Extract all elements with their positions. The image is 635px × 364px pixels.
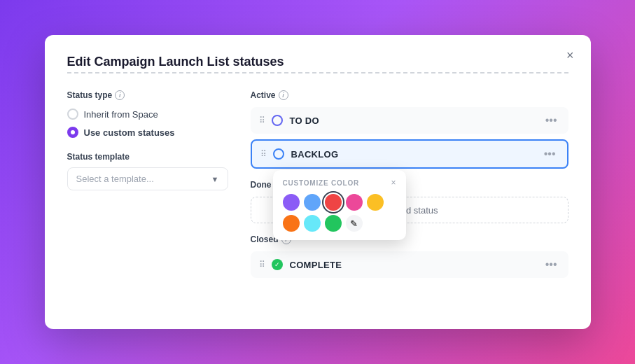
radio-inherit-circle — [67, 108, 78, 120]
color-swatches: ✎ — [283, 194, 396, 232]
todo-drag-handle: ⠿ — [259, 115, 265, 125]
active-info-icon: i — [279, 90, 288, 100]
todo-status-dot — [272, 115, 283, 126]
template-placeholder: Select a template... — [76, 174, 154, 184]
swatch-cyan[interactable] — [304, 215, 321, 232]
swatch-yellow[interactable] — [367, 194, 384, 211]
modal-close-button[interactable]: × — [566, 49, 574, 62]
modal-body: Status type i Inherit from Space Use cus… — [67, 90, 568, 284]
color-picker-popup: CUSTOMIZE COLOR × ✎ — [273, 170, 406, 240]
swatch-light-blue[interactable] — [304, 194, 321, 211]
status-type-info-icon: i — [115, 90, 125, 100]
color-picker-title: CUSTOMIZE COLOR — [283, 179, 360, 187]
eyedropper-button[interactable]: ✎ — [346, 215, 363, 232]
radio-inherit-option[interactable]: Inherit from Space — [67, 108, 228, 120]
complete-status-row: ⠿ ✓ COMPLETE ••• — [251, 251, 568, 278]
backlog-status-row: ⠿ ••• — [251, 139, 568, 169]
left-panel: Status type i Inherit from Space Use cus… — [67, 90, 228, 284]
modal-title: Edit Campaign Launch List statuses — [67, 55, 568, 69]
radio-custom-circle — [67, 127, 78, 138]
swatch-pink[interactable] — [346, 194, 363, 211]
complete-more-button[interactable]: ••• — [543, 258, 560, 271]
chevron-down-icon: ▼ — [211, 175, 219, 183]
backlog-status-dot[interactable] — [273, 148, 284, 160]
closed-section: Closed i ⠿ ✓ COMPLETE ••• — [251, 234, 568, 278]
swatch-orange[interactable] — [283, 215, 300, 232]
swatch-red[interactable] — [325, 194, 342, 211]
color-picker-header: CUSTOMIZE COLOR × — [283, 178, 396, 187]
complete-status-name: COMPLETE — [290, 260, 536, 270]
edit-statuses-modal: Edit Campaign Launch List statuses × Sta… — [45, 35, 591, 329]
color-picker-close-button[interactable]: × — [391, 178, 396, 187]
backlog-row-container: ⠿ ••• CUSTOMIZE COLOR × — [251, 139, 568, 169]
status-template-label: Status template — [67, 152, 228, 162]
swatch-green[interactable] — [325, 215, 342, 232]
status-type-label: Status type i — [67, 90, 228, 100]
modal-divider — [67, 72, 568, 74]
radio-custom-option[interactable]: Use custom statuses — [67, 127, 228, 138]
backlog-more-button[interactable]: ••• — [541, 148, 559, 160]
swatch-purple[interactable] — [283, 194, 300, 211]
right-panel: Active i ⠿ TO DO ••• ⠿ ••• — [251, 90, 568, 284]
template-select[interactable]: Select a template... ▼ — [67, 167, 228, 190]
radio-inherit-label: Inherit from Space — [84, 109, 158, 120]
backlog-status-input[interactable] — [291, 149, 534, 160]
complete-status-dot: ✓ — [272, 259, 283, 270]
complete-drag-handle: ⠿ — [259, 260, 265, 270]
todo-more-button[interactable]: ••• — [543, 114, 560, 127]
radio-custom-label: Use custom statuses — [84, 127, 175, 138]
todo-status-name: TO DO — [290, 115, 536, 126]
backlog-drag-handle: ⠿ — [260, 149, 266, 159]
active-section-header: Active i — [251, 90, 568, 100]
todo-status-row: ⠿ TO DO ••• — [251, 107, 568, 134]
